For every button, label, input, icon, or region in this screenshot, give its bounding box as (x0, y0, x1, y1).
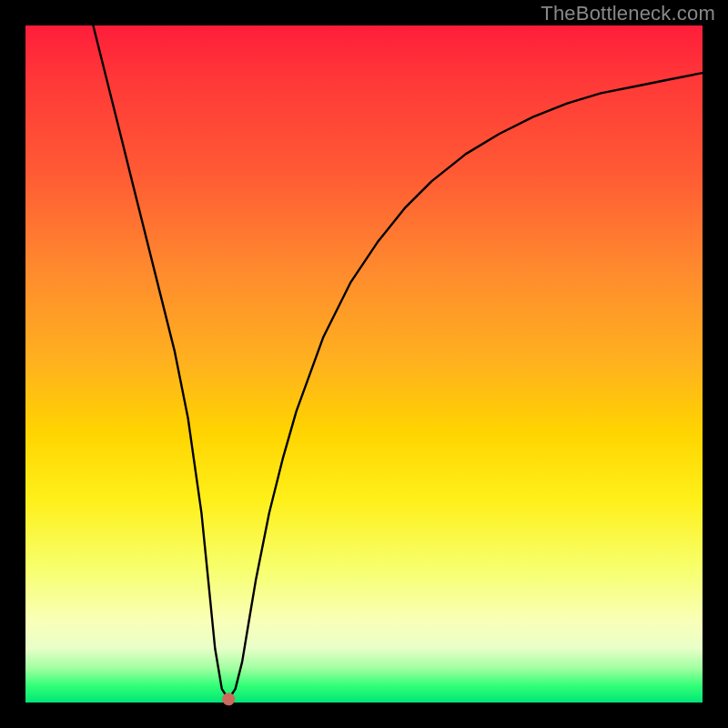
curve-layer (25, 25, 703, 703)
bottleneck-curve (93, 25, 703, 699)
minimum-dot (222, 693, 235, 705)
watermark-text: TheBottleneck.com (541, 2, 715, 25)
chart-frame: TheBottleneck.com (0, 0, 728, 728)
plot-area (25, 25, 703, 703)
